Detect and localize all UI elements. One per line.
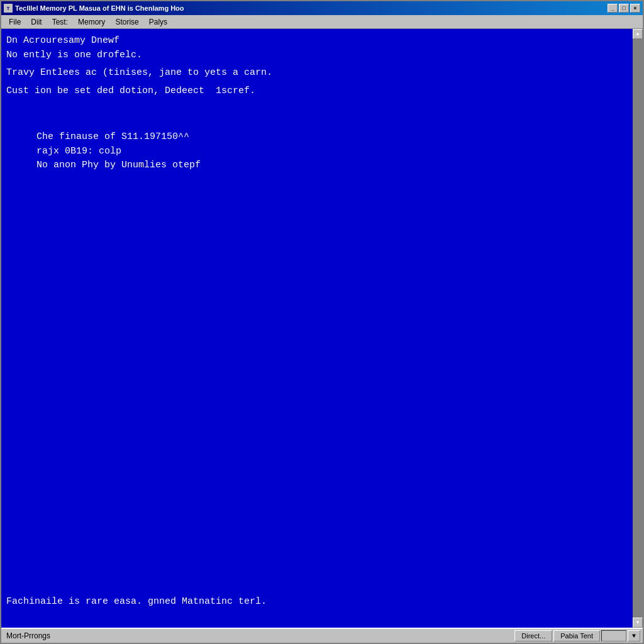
vertical-scrollbar[interactable]: ▲ ▼ [633,29,643,628]
window-title: Teclllel Memory PL Masua of EHN is Chenl… [15,4,184,12]
menu-test[interactable]: Test: [47,16,73,28]
text-block-indented: Che finause of S11.197150^^ rajx 0B19: c… [36,130,638,173]
scroll-up-button[interactable]: ▲ [633,29,643,39]
text-block-1: Dn Acrouresamy Dnewf No ently is one dro… [6,34,638,62]
menu-bar: File Diit Test: Memory Storise Palys [1,15,643,29]
content-line6: Cust ion be set ded dotion, Dedeect 1scr… [6,84,638,99]
status-left-text: Mort-Prrongs [1,631,514,640]
pabia-tent-button[interactable]: Pabia Tent [553,630,600,641]
menu-file[interactable]: File [4,16,26,28]
main-content-area: ▲ ▼ Dn Acrouresamy Dnewf No ently is one… [1,29,643,628]
content-indented2: rajx 0B19: colp [36,145,638,159]
text-block-3: Cust ion be set ded dotion, Dedeect 1scr… [6,84,638,99]
status-arrow-button[interactable]: ▼ [628,630,640,641]
content-line1: Dn Acrouresamy Dnewf [6,34,638,48]
menu-storise[interactable]: Storise [110,16,143,28]
title-bar-left: T Teclllel Memory PL Masua of EHN is Che… [4,4,184,13]
scroll-track[interactable] [633,39,643,618]
window-controls: _ □ × [608,4,640,13]
menu-palys[interactable]: Palys [144,16,172,28]
close-button[interactable]: × [630,4,640,13]
bottom-text-block: Fachinaile is rare easa. gnned Matnatinc… [6,595,267,609]
menu-diit[interactable]: Diit [26,16,47,28]
status-bar: Mort-Prrongs Direct... Pabia Tent ▼ [1,628,643,643]
content-indented3: No anon Phy by Unumlies otepf [36,158,638,173]
app-icon: T [4,4,13,13]
text-block-2: Travy Entlees ac (tinises, jane to yets … [6,66,638,80]
title-bar: T Teclllel Memory PL Masua of EHN is Che… [1,1,643,15]
minimize-button[interactable]: _ [608,4,618,13]
restore-button[interactable]: □ [619,4,629,13]
status-box [601,630,626,641]
content-line2: No ently is one drofelc. [6,48,638,63]
menu-memory[interactable]: Memory [73,16,110,28]
scroll-down-button[interactable]: ▼ [633,618,643,628]
direct-button[interactable]: Direct... [514,630,552,641]
content-bottom-line: Fachinaile is rare easa. gnned Matnatinc… [6,595,267,609]
content-line4: Travy Entlees ac (tinises, jane to yets … [6,66,638,80]
main-window: T Teclllel Memory PL Masua of EHN is Che… [0,0,644,644]
content-indented1: Che finause of S11.197150^^ [36,130,638,145]
status-right-controls: Direct... Pabia Tent ▼ [514,630,643,641]
